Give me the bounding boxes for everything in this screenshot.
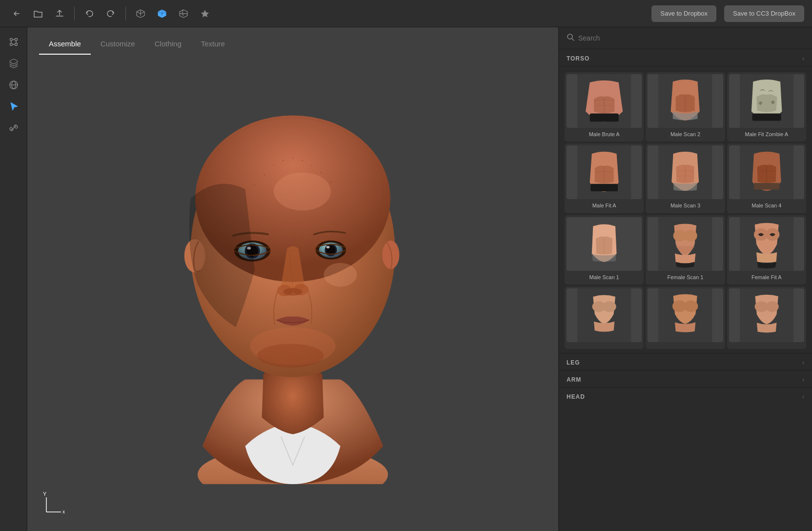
- left-sidebar: [0, 27, 27, 531]
- leg-section: LEG ›: [559, 353, 812, 370]
- male-brute-a-thumbnail: [567, 74, 642, 128]
- layers-sidebar-icon[interactable]: [5, 55, 22, 72]
- viewport[interactable]: Assemble Customize Clothing Texture: [27, 27, 558, 531]
- panel-content[interactable]: TORSO ›: [559, 49, 812, 531]
- svg-point-29: [257, 344, 324, 368]
- leg-chevron-icon: ›: [802, 359, 804, 366]
- export-icon[interactable]: [51, 5, 68, 22]
- male-scan-4-thumbnail: [729, 145, 804, 199]
- arm-section-title: ARM: [567, 376, 581, 383]
- sphere-icon[interactable]: [175, 5, 192, 22]
- svg-line-44: [572, 39, 574, 41]
- svg-point-58: [684, 230, 697, 242]
- svg-point-3: [10, 43, 12, 46]
- item-male-fit-zombie-a[interactable]: Male Fit Zombie A: [727, 72, 806, 142]
- leg-section-header[interactable]: LEG ›: [559, 353, 812, 370]
- bones-sidebar-icon[interactable]: [5, 119, 22, 137]
- item-male-fit-a[interactable]: Male Fit A: [565, 143, 644, 213]
- nodes-sidebar-icon[interactable]: [5, 33, 22, 51]
- cube-solid-icon[interactable]: [153, 5, 171, 22]
- item-male-brute-a[interactable]: Male Brute A: [565, 72, 644, 142]
- main-area: Assemble Customize Clothing Texture: [0, 27, 812, 531]
- svg-marker-0: [201, 10, 209, 18]
- male-scan-3-label: Male Scan 3: [670, 202, 700, 211]
- back-icon[interactable]: [8, 5, 25, 22]
- female-extra-1-thumbnail: [567, 288, 642, 342]
- head-model: [156, 103, 429, 484]
- folder-icon[interactable]: [29, 5, 47, 22]
- female-extra-3-thumbnail: [729, 288, 804, 342]
- item-female-scan-1[interactable]: Female Scan 1: [646, 215, 725, 285]
- head-section-header[interactable]: HEAD ›: [559, 388, 812, 404]
- leg-section-title: LEG: [567, 359, 580, 366]
- svg-point-4: [15, 43, 17, 46]
- search-bar: [559, 27, 812, 49]
- cursor-sidebar-icon[interactable]: [5, 98, 22, 115]
- item-female-extra-2[interactable]: [646, 286, 725, 349]
- svg-point-33: [292, 158, 293, 159]
- female-extra-2-thumbnail: [648, 288, 723, 342]
- svg-text:Y: Y: [43, 491, 47, 497]
- torso-items-grid: Male Brute A Male Scan 2: [559, 70, 812, 353]
- svg-point-35: [311, 165, 312, 166]
- save-cc3-button[interactable]: Save to CC3 DropBox: [724, 5, 804, 22]
- star-icon[interactable]: [196, 5, 214, 22]
- item-female-fit-a[interactable]: Female Fit A: [727, 215, 806, 285]
- svg-point-36: [321, 172, 322, 173]
- item-male-scan-2[interactable]: Male Scan 2: [646, 72, 725, 142]
- male-fit-zombie-a-thumbnail: [729, 74, 804, 128]
- svg-point-26: [382, 241, 399, 269]
- right-panel: TORSO ›: [558, 27, 812, 531]
- toolbar: Save to Dropbox Save to CC3 DropBox: [0, 0, 812, 27]
- male-scan-2-thumbnail: [648, 74, 723, 128]
- torso-section-header[interactable]: TORSO ›: [559, 49, 812, 66]
- male-fit-a-label: Male Fit A: [592, 202, 616, 211]
- male-scan-2-label: Male Scan 2: [670, 131, 700, 140]
- item-female-extra-3[interactable]: [727, 286, 806, 349]
- viewport-content: [27, 27, 558, 531]
- svg-rect-51: [590, 184, 618, 191]
- redo-icon[interactable]: [102, 5, 120, 22]
- head-chevron-icon: ›: [802, 393, 804, 400]
- item-male-scan-3[interactable]: Male Scan 3: [646, 143, 725, 213]
- separator-2: [125, 7, 126, 20]
- female-scan-1-thumbnail: [648, 217, 723, 271]
- separator-1: [74, 7, 75, 20]
- head-section-title: HEAD: [567, 393, 585, 400]
- svg-rect-54: [754, 183, 779, 190]
- svg-point-28: [274, 172, 331, 210]
- male-brute-a-label: Male Brute A: [589, 131, 620, 140]
- globe-sidebar-icon[interactable]: [5, 76, 22, 94]
- male-scan-3-thumbnail: [648, 145, 723, 199]
- cube-wireframe-icon[interactable]: [132, 5, 149, 22]
- search-input[interactable]: [578, 34, 804, 42]
- svg-point-64: [603, 301, 616, 312]
- undo-icon[interactable]: [81, 5, 98, 22]
- svg-point-67: [684, 300, 698, 312]
- arm-chevron-icon: ›: [802, 376, 804, 383]
- torso-section-title: TORSO: [567, 55, 589, 62]
- svg-rect-46: [590, 113, 619, 122]
- female-fit-a-label: Female Fit A: [751, 274, 782, 283]
- male-fit-a-thumbnail: [567, 145, 642, 199]
- svg-point-38: [330, 181, 332, 183]
- svg-point-31: [273, 165, 274, 166]
- arm-section: ARM ›: [559, 370, 812, 387]
- female-scan-1-label: Female Scan 1: [668, 274, 704, 283]
- search-icon: [567, 33, 574, 43]
- svg-point-23: [284, 288, 303, 296]
- item-male-scan-1[interactable]: Male Scan 1: [565, 215, 644, 285]
- svg-point-32: [283, 160, 284, 162]
- arm-section-header[interactable]: ARM ›: [559, 370, 812, 387]
- save-dropbox-button[interactable]: Save to Dropbox: [651, 5, 716, 22]
- male-fit-zombie-a-label: Male Fit Zombie A: [745, 131, 789, 140]
- male-scan-1-thumbnail: [567, 217, 642, 271]
- svg-point-1: [10, 39, 12, 41]
- item-female-extra-1[interactable]: [565, 286, 644, 349]
- torso-chevron-icon: ›: [802, 55, 804, 62]
- item-male-scan-4[interactable]: Male Scan 4: [727, 143, 806, 213]
- svg-point-27: [324, 263, 357, 287]
- svg-rect-49: [752, 113, 781, 121]
- axis-indicator: Y x: [39, 490, 68, 519]
- torso-divider: [559, 66, 812, 66]
